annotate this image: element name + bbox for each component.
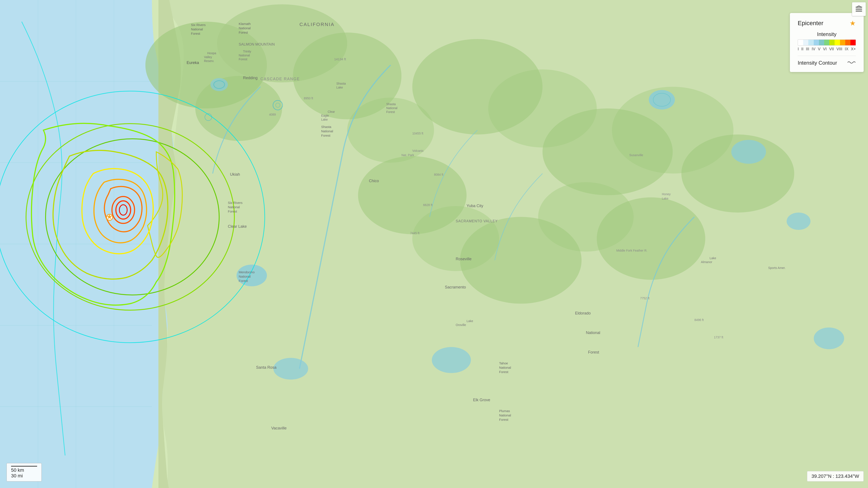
label-california: CALIFORNIA xyxy=(300,22,335,27)
intensity-ii: II xyxy=(801,47,803,52)
label-tahoe2: National xyxy=(499,366,511,369)
label-redding: Redding xyxy=(243,76,257,80)
intensity-seg-5 xyxy=(819,40,824,45)
label-mendocino: Mendocino xyxy=(239,270,254,274)
label-shasta-nat3: Forest xyxy=(386,110,395,113)
label-shasta-lake: Shasta xyxy=(336,82,346,85)
elev-4089: 4089 xyxy=(269,113,276,116)
intensity-seg-9 xyxy=(840,40,845,45)
contour-orange xyxy=(94,180,147,243)
label-elkgrove: Elk Grove xyxy=(473,398,490,402)
lake-2 xyxy=(211,78,228,91)
scale-km: 50 km xyxy=(11,467,37,473)
label-eldorado: Eldorado xyxy=(575,311,591,315)
label-plumas2: National xyxy=(499,413,511,417)
lake-almanor xyxy=(731,140,766,164)
contour-cyan-arc xyxy=(22,22,65,455)
elev-susanville: Susanville xyxy=(629,153,643,157)
svg-rect-1 xyxy=(856,9,862,9)
map-svg: ★ Eureka Redding Chico Ukiah Clear Lake … xyxy=(0,0,868,488)
elev-7752: 7752 ft xyxy=(640,296,649,300)
label-vacaville: Vacaville xyxy=(271,426,287,430)
intensity-i: I xyxy=(798,47,799,52)
label-mendocino3: Forest xyxy=(239,279,248,283)
intensity-seg-3 xyxy=(808,40,813,45)
intensity-v: V xyxy=(818,47,820,52)
label-sixrivers-b2: National xyxy=(228,205,240,209)
map-container: ★ Eureka Redding Chico Ukiah Clear Lake … xyxy=(0,0,868,488)
label-lake-almanor: Lake xyxy=(710,256,716,260)
elev-8084: 8084 ft xyxy=(434,173,443,176)
elev-8950: 8950 ft xyxy=(304,97,313,100)
elev-npark: Nat. Park xyxy=(401,153,414,157)
contour-row: Intensity Contour xyxy=(798,60,856,66)
label-hoopa3: Reserv. xyxy=(204,59,214,63)
intensity-seg-6 xyxy=(824,40,829,45)
intensity-seg-1 xyxy=(798,40,803,45)
scale-mi: 30 mi xyxy=(11,473,37,479)
lake-1 xyxy=(649,90,675,109)
label-sixrivers-b: Six Rivers xyxy=(228,201,243,204)
label-forest: Forest xyxy=(588,350,599,354)
label-shasta3: Forest xyxy=(321,134,331,137)
label-hoopa: Hoopa xyxy=(207,52,216,55)
label-sac-valley: SACRAMENTO VALLEY xyxy=(456,219,498,223)
label-clear-eagle: Clear xyxy=(328,110,335,113)
epicenter-star: ★ xyxy=(106,213,113,221)
epicenter-star-legend: ★ xyxy=(849,19,856,27)
label-cascade: CASCADE RANGE xyxy=(260,77,300,81)
label-santarosa: Santa Rosa xyxy=(256,365,277,369)
label-sixrivers-b3: Forest xyxy=(228,209,237,213)
coordinates-display: 39.207°N : 123.434°W xyxy=(807,471,864,482)
elev-honey: Honey xyxy=(662,192,671,196)
elev-8496: 8496 ft xyxy=(694,318,704,322)
intensity-numbers: I II III IV V VI VII VIII IX X+ xyxy=(798,47,856,52)
label-sportsamer: Sports Amer. xyxy=(768,266,785,269)
intensity-label: Intensity xyxy=(817,31,836,37)
label-sixrivers: Six Rivers xyxy=(191,23,206,27)
layers-button[interactable] xyxy=(852,2,866,16)
coordinates-text: 39.207°N : 123.434°W xyxy=(812,474,859,479)
contour-icon xyxy=(847,60,856,66)
intensity-seg-8 xyxy=(835,40,840,45)
lake-oroville xyxy=(432,347,471,373)
label-eureka: Eureka xyxy=(187,61,199,65)
intensity-seg-4 xyxy=(814,40,819,45)
label-lake-almanor2: Almanor xyxy=(701,260,712,264)
epicenter-row: Epicenter ★ xyxy=(798,19,856,27)
label-hoopa2: Valley xyxy=(204,55,212,59)
forest-15 xyxy=(597,197,705,280)
legend-panel: Epicenter ★ Intensity I II III IV xyxy=(790,13,864,72)
label-yubacity: Yuba City xyxy=(467,204,483,208)
label-lake-oroville: Lake xyxy=(467,319,473,323)
label-clearlake: Clear Lake xyxy=(228,224,247,229)
label-trinity: Trinity xyxy=(243,50,251,53)
scale-line xyxy=(11,466,37,466)
intensity-iii: III xyxy=(806,47,809,52)
label-chico: Chico xyxy=(369,179,379,183)
elev-7445: 7445 ft xyxy=(410,231,420,235)
intensity-seg-10 xyxy=(845,40,850,45)
label-plumas3: Forest xyxy=(499,418,508,421)
label-sacramento: Sacramento xyxy=(445,285,466,289)
label-tahoe3: Forest xyxy=(499,370,508,374)
lake-clear xyxy=(273,358,308,380)
elev-lake: Lake xyxy=(662,197,669,200)
label-klamath2: National xyxy=(239,26,251,30)
label-trinity2: National xyxy=(239,54,250,57)
elev-1737: 1737 ft xyxy=(714,335,723,339)
intensity-ix: IX xyxy=(845,47,848,52)
elev-volcano: Volcanic xyxy=(412,149,424,153)
label-shasta-nat2: National xyxy=(386,106,397,110)
label-shasta-lake2: Lake xyxy=(336,86,343,89)
label-roseville: Roseville xyxy=(456,257,471,261)
label-clear-eagle2: Eagle xyxy=(321,114,329,117)
label-clear-eagle3: Lake xyxy=(321,118,328,121)
contour-red-outer xyxy=(104,187,142,232)
lake-tahoe xyxy=(814,327,844,349)
forest-2 xyxy=(195,76,282,141)
label-sixrivers3: Forest xyxy=(191,32,200,35)
label-sixrivers2: National xyxy=(191,27,203,31)
label-tahoe: Tahoe xyxy=(499,361,508,365)
label-lake-oroville2: Oroville xyxy=(456,323,466,327)
